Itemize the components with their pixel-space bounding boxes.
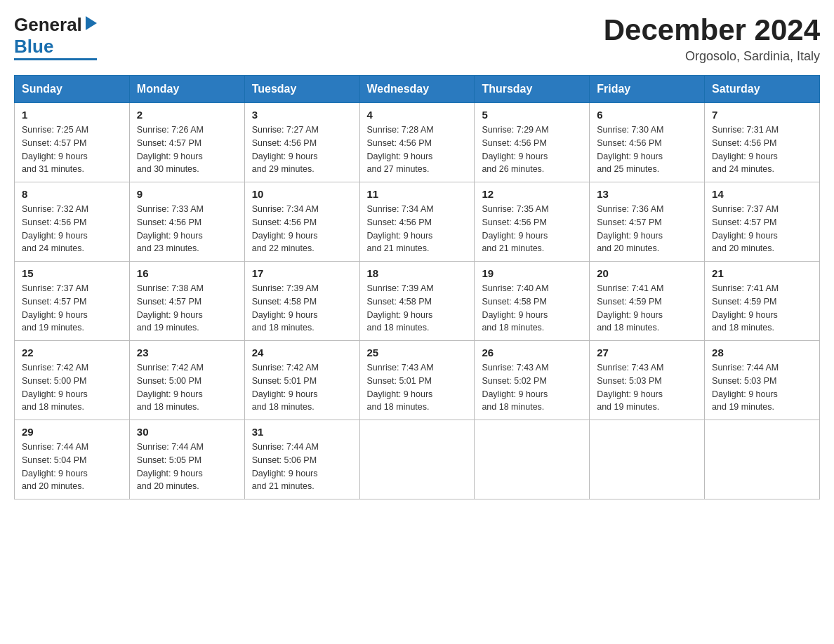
calendar-header-row: SundayMondayTuesdayWednesdayThursdayFrid…	[15, 76, 820, 103]
day-info: Sunrise: 7:44 AMSunset: 5:05 PMDaylight:…	[137, 441, 237, 493]
day-number: 27	[597, 347, 697, 358]
calendar-day-cell: 21Sunrise: 7:41 AMSunset: 4:59 PMDayligh…	[705, 262, 820, 341]
header-day-monday: Monday	[129, 76, 244, 103]
calendar-day-cell: 4Sunrise: 7:28 AMSunset: 4:56 PMDaylight…	[359, 103, 475, 182]
day-info: Sunrise: 7:43 AMSunset: 5:02 PMDaylight:…	[482, 361, 582, 414]
header-day-sunday: Sunday	[15, 76, 130, 103]
day-number: 10	[252, 188, 352, 200]
day-info: Sunrise: 7:25 AMSunset: 4:57 PMDaylight:…	[22, 123, 122, 176]
day-info: Sunrise: 7:30 AMSunset: 4:56 PMDaylight:…	[597, 123, 697, 176]
day-info: Sunrise: 7:37 AMSunset: 4:57 PMDaylight:…	[22, 282, 122, 335]
calendar-day-cell: 18Sunrise: 7:39 AMSunset: 4:58 PMDayligh…	[359, 262, 475, 341]
day-info: Sunrise: 7:39 AMSunset: 4:58 PMDaylight:…	[367, 282, 468, 335]
header-day-tuesday: Tuesday	[244, 76, 359, 103]
calendar-day-cell: 13Sunrise: 7:36 AMSunset: 4:57 PMDayligh…	[590, 182, 705, 262]
day-number: 31	[252, 426, 352, 438]
calendar-day-cell: 6Sunrise: 7:30 AMSunset: 4:56 PMDaylight…	[590, 103, 705, 182]
calendar-day-cell: 29Sunrise: 7:44 AMSunset: 5:04 PMDayligh…	[15, 420, 130, 499]
day-info: Sunrise: 7:29 AMSunset: 4:56 PMDaylight:…	[482, 123, 582, 176]
logo-general: General	[14, 14, 82, 36]
day-number: 25	[367, 347, 468, 358]
page-title: December 2024	[604, 14, 820, 46]
logo: General Blue	[14, 14, 97, 60]
day-number: 30	[137, 426, 237, 438]
calendar-day-cell: 30Sunrise: 7:44 AMSunset: 5:05 PMDayligh…	[129, 420, 244, 499]
calendar-day-cell: 23Sunrise: 7:42 AMSunset: 5:00 PMDayligh…	[129, 341, 244, 420]
calendar-day-cell: 12Sunrise: 7:35 AMSunset: 4:56 PMDayligh…	[475, 182, 590, 262]
day-info: Sunrise: 7:38 AMSunset: 4:57 PMDaylight:…	[137, 282, 237, 335]
calendar-day-cell: 16Sunrise: 7:38 AMSunset: 4:57 PMDayligh…	[129, 262, 244, 341]
empty-cell	[475, 420, 590, 499]
day-number: 22	[22, 347, 122, 358]
day-number: 21	[712, 267, 812, 279]
calendar-day-cell: 28Sunrise: 7:44 AMSunset: 5:03 PMDayligh…	[705, 341, 820, 420]
calendar-day-cell: 1Sunrise: 7:25 AMSunset: 4:57 PMDaylight…	[15, 103, 130, 182]
calendar-day-cell: 20Sunrise: 7:41 AMSunset: 4:59 PMDayligh…	[590, 262, 705, 341]
header-day-thursday: Thursday	[475, 76, 590, 103]
day-number: 29	[22, 426, 122, 438]
header-day-friday: Friday	[590, 76, 705, 103]
calendar-day-cell: 8Sunrise: 7:32 AMSunset: 4:56 PMDaylight…	[15, 182, 130, 262]
day-info: Sunrise: 7:28 AMSunset: 4:56 PMDaylight:…	[367, 123, 468, 176]
day-info: Sunrise: 7:44 AMSunset: 5:06 PMDaylight:…	[252, 441, 352, 493]
calendar-week-row: 8Sunrise: 7:32 AMSunset: 4:56 PMDaylight…	[15, 182, 820, 262]
day-info: Sunrise: 7:42 AMSunset: 5:00 PMDaylight:…	[137, 361, 237, 414]
calendar-day-cell: 5Sunrise: 7:29 AMSunset: 4:56 PMDaylight…	[475, 103, 590, 182]
day-number: 23	[137, 347, 237, 358]
day-info: Sunrise: 7:44 AMSunset: 5:04 PMDaylight:…	[22, 441, 122, 493]
day-info: Sunrise: 7:27 AMSunset: 4:56 PMDaylight:…	[252, 123, 352, 176]
empty-cell	[590, 420, 705, 499]
day-number: 5	[482, 109, 582, 121]
empty-cell	[359, 420, 475, 499]
svg-marker-0	[86, 16, 97, 30]
day-number: 13	[597, 188, 697, 200]
day-number: 12	[482, 188, 582, 200]
day-info: Sunrise: 7:32 AMSunset: 4:56 PMDaylight:…	[22, 203, 122, 255]
day-info: Sunrise: 7:42 AMSunset: 5:00 PMDaylight:…	[22, 361, 122, 414]
calendar-day-cell: 14Sunrise: 7:37 AMSunset: 4:57 PMDayligh…	[705, 182, 820, 262]
calendar-day-cell: 24Sunrise: 7:42 AMSunset: 5:01 PMDayligh…	[244, 341, 359, 420]
day-number: 7	[712, 109, 812, 121]
empty-cell	[705, 420, 820, 499]
day-number: 6	[597, 109, 697, 121]
day-info: Sunrise: 7:37 AMSunset: 4:57 PMDaylight:…	[712, 203, 812, 255]
day-info: Sunrise: 7:41 AMSunset: 4:59 PMDaylight:…	[597, 282, 697, 335]
day-number: 14	[712, 188, 812, 200]
day-number: 16	[137, 267, 237, 279]
day-number: 26	[482, 347, 582, 358]
location-subtitle: Orgosolo, Sardinia, Italy	[604, 49, 820, 64]
day-number: 3	[252, 109, 352, 121]
calendar-day-cell: 10Sunrise: 7:34 AMSunset: 4:56 PMDayligh…	[244, 182, 359, 262]
calendar-day-cell: 17Sunrise: 7:39 AMSunset: 4:58 PMDayligh…	[244, 262, 359, 341]
day-info: Sunrise: 7:33 AMSunset: 4:56 PMDaylight:…	[137, 203, 237, 255]
calendar-day-cell: 26Sunrise: 7:43 AMSunset: 5:02 PMDayligh…	[475, 341, 590, 420]
day-number: 20	[597, 267, 697, 279]
calendar-week-row: 15Sunrise: 7:37 AMSunset: 4:57 PMDayligh…	[15, 262, 820, 341]
day-info: Sunrise: 7:42 AMSunset: 5:01 PMDaylight:…	[252, 361, 352, 414]
page-header: General Blue December 2024 Orgosolo, Sar…	[14, 14, 820, 64]
header-day-saturday: Saturday	[705, 76, 820, 103]
title-block: December 2024 Orgosolo, Sardinia, Italy	[604, 14, 820, 64]
day-info: Sunrise: 7:43 AMSunset: 5:03 PMDaylight:…	[597, 361, 697, 414]
day-info: Sunrise: 7:26 AMSunset: 4:57 PMDaylight:…	[137, 123, 237, 176]
day-number: 24	[252, 347, 352, 358]
calendar-day-cell: 22Sunrise: 7:42 AMSunset: 5:00 PMDayligh…	[15, 341, 130, 420]
day-info: Sunrise: 7:36 AMSunset: 4:57 PMDaylight:…	[597, 203, 697, 255]
day-number: 19	[482, 267, 582, 279]
calendar-day-cell: 2Sunrise: 7:26 AMSunset: 4:57 PMDaylight…	[129, 103, 244, 182]
day-info: Sunrise: 7:41 AMSunset: 4:59 PMDaylight:…	[712, 282, 812, 335]
day-info: Sunrise: 7:40 AMSunset: 4:58 PMDaylight:…	[482, 282, 582, 335]
day-info: Sunrise: 7:34 AMSunset: 4:56 PMDaylight:…	[367, 203, 468, 255]
day-info: Sunrise: 7:34 AMSunset: 4:56 PMDaylight:…	[252, 203, 352, 255]
day-info: Sunrise: 7:44 AMSunset: 5:03 PMDaylight:…	[712, 361, 812, 414]
day-number: 8	[22, 188, 122, 200]
calendar-day-cell: 11Sunrise: 7:34 AMSunset: 4:56 PMDayligh…	[359, 182, 475, 262]
logo-underline	[14, 58, 97, 60]
day-number: 9	[137, 188, 237, 200]
day-number: 11	[367, 188, 468, 200]
calendar-day-cell: 25Sunrise: 7:43 AMSunset: 5:01 PMDayligh…	[359, 341, 475, 420]
calendar-week-row: 29Sunrise: 7:44 AMSunset: 5:04 PMDayligh…	[15, 420, 820, 499]
day-number: 17	[252, 267, 352, 279]
day-number: 18	[367, 267, 468, 279]
calendar-week-row: 22Sunrise: 7:42 AMSunset: 5:00 PMDayligh…	[15, 341, 820, 420]
